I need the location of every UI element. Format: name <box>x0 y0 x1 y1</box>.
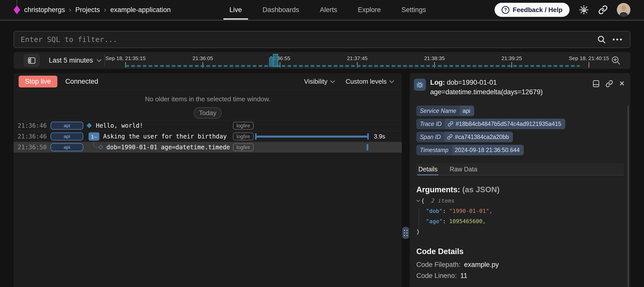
span-duration-label: 3.9s <box>374 133 385 140</box>
service-name-pill[interactable]: Service Name api <box>416 106 474 116</box>
drag-dots-icon <box>404 230 408 236</box>
log-details-panel: Log: dob=1990-01-01 age=datetime.timedel… <box>410 73 630 287</box>
collapse-children-button[interactable]: 1– <box>89 132 99 141</box>
tab-raw-data[interactable]: Raw Data <box>449 163 478 175</box>
timeline-activity-dashes <box>126 65 580 67</box>
breadcrumb-org[interactable]: christophergs <box>24 6 65 14</box>
chevron-down-icon <box>330 80 335 83</box>
log-timestamp: 21:36:50 <box>18 144 47 151</box>
json-key: "dob" <box>426 206 442 216</box>
close-icon[interactable]: ✕ <box>619 80 625 87</box>
theme-toggle-icon[interactable] <box>579 5 589 15</box>
panel-resize-handle[interactable] <box>402 227 409 239</box>
chevron-down-icon <box>97 59 102 62</box>
json-collapse-icon[interactable] <box>416 200 420 202</box>
log-timestamp: 21:36:46 <box>18 122 47 129</box>
code-details: Code Filepath:example.py Code Lineno:11 <box>416 259 499 281</box>
sql-filter-input[interactable] <box>14 35 597 44</box>
json-open-brace: { <box>421 196 424 206</box>
zoom-in-icon[interactable] <box>611 55 621 65</box>
breadcrumb-project-name[interactable]: example-application <box>110 6 171 14</box>
log-timestamp: 21:36:46 <box>18 133 47 140</box>
link-icon[interactable] <box>447 134 453 140</box>
logfire-tag[interactable]: logfire <box>233 133 254 140</box>
log-message: dob=1990-01-01 age=datetime.timede <box>106 144 230 151</box>
log-row-selected[interactable]: 21:36:50 api dob=1990-01-01 age=datetime… <box>14 142 402 153</box>
panel-scrollbar[interactable] <box>628 106 629 287</box>
stop-live-button[interactable]: Stop live <box>19 76 57 87</box>
details-tab-bar: Details Raw Data <box>416 163 624 175</box>
log-row[interactable]: 21:36:46 api 1– Asking the user for thei… <box>14 131 402 142</box>
question-mark-icon: ? <box>502 6 509 14</box>
code-filepath-value: example.py <box>464 261 499 268</box>
json-number-value: 1095465600, <box>449 216 486 226</box>
chevron-down-icon <box>389 80 394 83</box>
tab-details[interactable]: Details <box>417 163 438 175</box>
json-items-note: 2 items <box>431 196 455 206</box>
arguments-heading: Arguments: (as JSON) <box>416 185 500 194</box>
log-detail-title: Log: dob=1990-01-01 age=datetime.timedel… <box>430 78 584 97</box>
empty-state-message: No older items in the selected time wind… <box>145 95 270 103</box>
live-panel-header: Stop live Connected Visibility Custom le… <box>14 73 402 90</box>
logfire-tag[interactable]: logfire <box>233 144 254 151</box>
tab-live[interactable]: Live <box>229 0 242 20</box>
link-icon[interactable] <box>448 121 453 127</box>
log-title-text: dob=1990-01-01 age=datetime.timedelta(da… <box>430 79 543 96</box>
log-diamond-icon <box>87 123 92 128</box>
top-navbar: christophergs › Projects › example-appli… <box>0 0 644 21</box>
sidebar-toggle-button[interactable] <box>24 54 40 67</box>
custom-levels-dropdown[interactable]: Custom levels <box>346 78 394 85</box>
json-close-brace: } <box>416 226 420 237</box>
logfire-app: christophergs › Projects › example-appli… <box>0 0 644 287</box>
log-title-prefix: Log: <box>430 79 445 86</box>
visibility-dropdown[interactable]: Visibility <box>304 78 335 85</box>
service-badge[interactable]: api <box>51 132 83 140</box>
tab-explore[interactable]: Explore <box>358 0 381 20</box>
user-avatar[interactable] <box>617 3 630 17</box>
log-message: Hello, world! <box>96 122 143 129</box>
timeline-histogram-bar <box>269 58 273 67</box>
timestamp-pill[interactable]: Timestamp 2024-09-18 21:36:50.644 <box>416 145 524 155</box>
service-badge[interactable]: api <box>51 143 83 151</box>
more-options-icon[interactable]: ••• <box>613 36 623 43</box>
json-string-value: "1990-01-01", <box>449 206 492 216</box>
empty-state: No older items in the selected time wind… <box>14 90 402 120</box>
span-duration-bar <box>255 133 369 140</box>
code-filepath-row: Code Filepath:example.py <box>416 259 499 270</box>
dock-panel-icon[interactable] <box>593 80 599 87</box>
time-range-dropdown[interactable]: Last 5 minutes <box>49 52 102 69</box>
share-link-icon[interactable] <box>598 5 608 15</box>
json-key: "age" <box>426 216 442 226</box>
log-metadata: Service Name api Trace ID #18b84cb4847b5… <box>416 106 565 155</box>
timeline-selection-window[interactable] <box>273 54 278 67</box>
feedback-help-button[interactable]: ? Feedback / Help <box>495 3 570 17</box>
breadcrumb-separator: › <box>69 6 71 14</box>
timeline-divider <box>104 54 105 67</box>
copy-link-icon[interactable] <box>606 80 613 87</box>
arguments-json-viewer: { 2 items "dob" : "1990-01-01", "age" : … <box>416 196 493 237</box>
breadcrumb-separator: › <box>104 6 106 14</box>
tab-alerts[interactable]: Alerts <box>320 0 337 20</box>
log-diamond-outline-icon <box>98 145 103 149</box>
logfire-logo-icon[interactable] <box>14 6 20 14</box>
feedback-help-label: Feedback / Help <box>513 6 562 14</box>
time-range-label: Last 5 minutes <box>49 57 93 64</box>
bug-icon <box>414 79 426 91</box>
search-icon[interactable] <box>597 35 606 44</box>
breadcrumb: christophergs › Projects › example-appli… <box>14 0 171 20</box>
log-row[interactable]: 21:36:46 api Hello, world! logfire <box>14 120 402 131</box>
tree-connector <box>94 141 99 148</box>
today-button[interactable]: Today <box>194 107 222 119</box>
span-id-pill[interactable]: Span ID #ca741384ca2a20bb <box>416 132 513 142</box>
tab-settings[interactable]: Settings <box>401 0 426 20</box>
trace-id-pill[interactable]: Trace ID #18b84cb4847b5d574c4ad9121935a4… <box>416 119 565 129</box>
breadcrumb-projects[interactable]: Projects <box>75 6 100 14</box>
logfire-tag[interactable]: logfire <box>233 122 254 130</box>
service-badge[interactable]: api <box>51 122 83 130</box>
sql-filter-bar: ••• <box>14 31 630 48</box>
tab-dashboards[interactable]: Dashboards <box>263 0 299 20</box>
code-details-heading: Code Details <box>416 247 464 256</box>
code-lineno-value: 11 <box>460 272 467 279</box>
json-indent-guide <box>419 209 419 229</box>
timeline-bar: Last 5 minutes Sep 18, 21:35:15 21:36:05… <box>14 52 630 69</box>
